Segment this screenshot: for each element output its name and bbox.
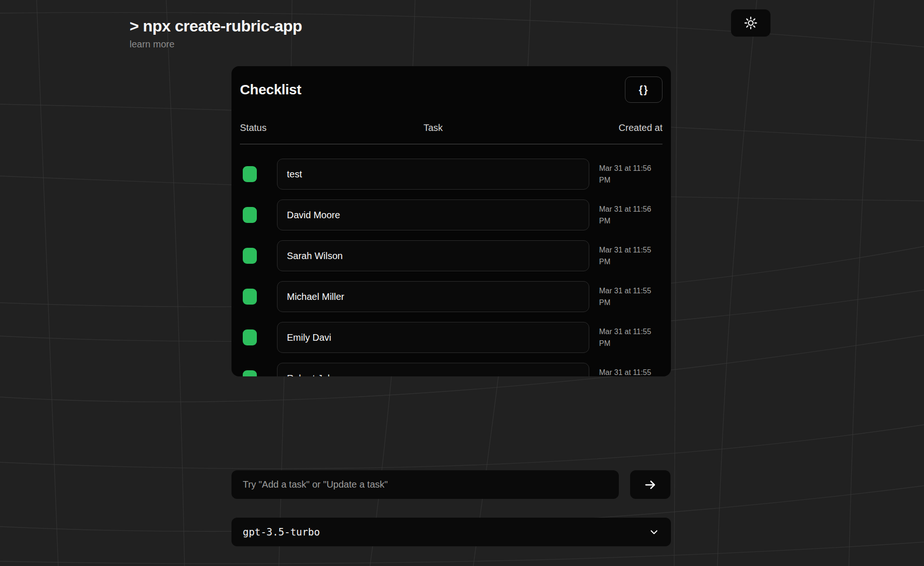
column-header-created-at: Created at [589, 122, 662, 133]
send-button[interactable] [630, 470, 670, 499]
table-header-row: Status Task Created at [240, 122, 662, 145]
task-input[interactable] [277, 240, 589, 271]
model-select[interactable]: gpt-3.5-turbo [231, 518, 671, 546]
task-status-checkbox[interactable] [243, 166, 257, 182]
task-input[interactable] [277, 281, 589, 312]
curly-braces-icon: {} [639, 84, 648, 96]
task-status-checkbox[interactable] [243, 329, 257, 345]
task-status-checkbox[interactable] [243, 289, 257, 305]
status-cell [240, 166, 277, 182]
column-header-status: Status [240, 122, 277, 133]
task-status-checkbox[interactable] [243, 370, 257, 376]
task-created-at: Mar 31 at 11:56 PM [599, 203, 661, 227]
arrow-right-icon [643, 478, 657, 492]
sun-icon [744, 16, 757, 30]
task-input[interactable] [277, 322, 589, 353]
chevron-down-icon [648, 527, 660, 538]
task-created-at: Mar 31 at 11:55 PM [599, 367, 661, 376]
task-status-checkbox[interactable] [243, 248, 257, 264]
table-row: Mar 31 at 11:55 PM [240, 363, 662, 376]
table-row: Mar 31 at 11:55 PM [240, 240, 662, 271]
table-row: Mar 31 at 11:55 PM [240, 281, 662, 312]
task-created-at: Mar 31 at 11:55 PM [599, 285, 661, 308]
model-select-value: gpt-3.5-turbo [243, 527, 320, 538]
task-created-at: Mar 31 at 11:55 PM [599, 244, 661, 268]
table-row: Mar 31 at 11:55 PM [240, 322, 662, 353]
app-title: > npx create-rubric-app [130, 16, 302, 36]
column-header-task: Task [277, 122, 589, 133]
status-cell [240, 370, 277, 376]
table-row: Mar 31 at 11:56 PM [240, 159, 662, 190]
theme-toggle-button[interactable] [731, 9, 770, 37]
task-input[interactable] [277, 363, 589, 376]
hero-block: > npx create-rubric-app learn more [130, 16, 302, 50]
task-list: Mar 31 at 11:56 PM Mar 31 at 11:56 PM Ma… [240, 159, 662, 376]
view-json-button[interactable]: {} [625, 76, 662, 103]
table-row: Mar 31 at 11:56 PM [240, 199, 662, 230]
task-status-checkbox[interactable] [243, 207, 257, 223]
app-stage: > npx create-rubric-app learn more Check… [0, 0, 924, 566]
command-input[interactable] [231, 470, 619, 499]
checklist-card: Checklist {} Status Task Created at Mar … [231, 66, 671, 376]
status-cell [240, 207, 277, 223]
status-cell [240, 248, 277, 264]
task-input[interactable] [277, 199, 589, 230]
task-input[interactable] [277, 159, 589, 190]
checklist-title: Checklist [240, 82, 301, 98]
task-created-at: Mar 31 at 11:55 PM [599, 326, 661, 349]
status-cell [240, 329, 277, 345]
learn-more-link[interactable]: learn more [130, 39, 175, 50]
task-created-at: Mar 31 at 11:56 PM [599, 162, 661, 186]
status-cell [240, 289, 277, 305]
checklist-card-header: Checklist {} [240, 76, 662, 103]
